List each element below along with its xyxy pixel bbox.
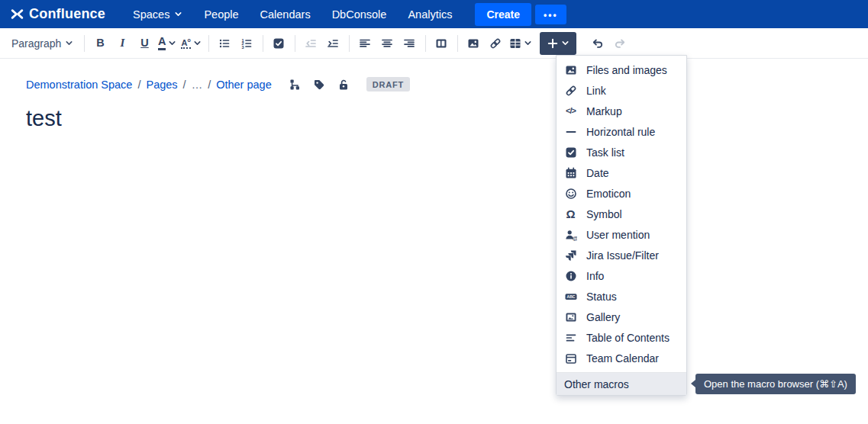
numbered-list-button[interactable]: 123: [236, 32, 258, 55]
menu-item-label: Other macros: [564, 378, 629, 390]
table-button[interactable]: [507, 32, 534, 55]
bold-icon: B: [96, 37, 104, 49]
indent-button[interactable]: [322, 32, 344, 55]
confluence-editor: Confluence SpacesPeopleCalendarsDbConsol…: [0, 0, 868, 424]
toolbar-separator: [84, 35, 85, 52]
create-button[interactable]: Create: [475, 3, 531, 26]
menu-item-other-macros[interactable]: Other macros: [557, 372, 686, 395]
draft-badge: DRAFT: [366, 77, 410, 92]
nav-item-label: Analytics: [408, 8, 452, 21]
menu-item-status[interactable]: ABCStatus: [557, 286, 686, 307]
menu-item-horizontal-rule[interactable]: Horizontal rule: [557, 121, 686, 142]
status-icon: ABC: [564, 291, 577, 303]
menu-item-label: Task list: [586, 146, 624, 159]
markup-icon: </>: [564, 105, 577, 117]
macro-browser-tooltip: Open the macro browser (⌘⇧A): [695, 374, 856, 394]
symbol-icon: Ω: [564, 208, 577, 220]
gallery-icon: [564, 311, 577, 323]
breadcrumb-link-pages[interactable]: Pages: [146, 79, 177, 91]
nav-item-people[interactable]: People: [195, 3, 247, 26]
ellipsis-icon: •••: [544, 11, 558, 20]
top-nav: Confluence SpacesPeopleCalendarsDbConsol…: [0, 0, 868, 28]
align-left-button[interactable]: [354, 32, 376, 55]
chevron-down-icon: [524, 39, 532, 47]
italic-button[interactable]: I: [111, 32, 134, 55]
menu-item-label: Symbol: [586, 208, 622, 220]
nav-item-label: Calendars: [260, 8, 311, 21]
menu-item-team-calendar[interactable]: Team Calendar: [557, 348, 686, 368]
bullet-list-icon: [218, 37, 231, 50]
breadcrumb-separator: /: [137, 79, 140, 91]
bold-button[interactable]: B: [89, 32, 111, 55]
menu-item-symbol[interactable]: ΩSymbol: [557, 204, 686, 224]
menu-item-markup[interactable]: </>Markup: [557, 101, 686, 121]
bullet-list-button[interactable]: [214, 32, 236, 55]
align-center-button[interactable]: [376, 32, 399, 55]
nav-item-spaces[interactable]: Spaces: [124, 3, 192, 26]
underline-button[interactable]: U: [134, 32, 156, 55]
breadcrumb-link-demonstration-space[interactable]: Demonstration Space: [26, 79, 132, 91]
link-icon: [489, 37, 502, 50]
undo-icon: [592, 37, 604, 50]
files-images-button[interactable]: [463, 32, 485, 55]
nav-item-label: Spaces: [133, 8, 169, 21]
outdent-icon: [305, 37, 317, 50]
task-list-button[interactable]: [268, 32, 290, 55]
nav-item-calendars[interactable]: Calendars: [251, 3, 320, 26]
editor-content: Demonstration Space/Pages/…/Other page D…: [0, 77, 868, 131]
page-tree-icon[interactable]: [289, 79, 301, 91]
menu-item-link[interactable]: Link: [557, 80, 686, 101]
undo-button[interactable]: [587, 32, 609, 55]
task-list-icon: [273, 37, 285, 50]
svg-text:ABC: ABC: [566, 294, 575, 299]
text-color-button[interactable]: A: [156, 32, 179, 55]
info-icon: [564, 270, 577, 282]
menu-item-info[interactable]: Info: [557, 265, 686, 286]
menu-item-files-and-images[interactable]: Files and images: [557, 59, 686, 80]
breadcrumb: Demonstration Space/Pages/…/Other page D…: [26, 77, 868, 92]
menu-item-task-list[interactable]: Task list: [557, 142, 686, 162]
breadcrumb-separator: /: [208, 79, 211, 91]
align-left-icon: [359, 37, 371, 50]
nav-item-dbconsole[interactable]: DbConsole: [323, 3, 396, 26]
plus-icon: [547, 37, 559, 50]
nav-more-button[interactable]: •••: [535, 5, 566, 24]
breadcrumb-link-other-page[interactable]: Other page: [216, 79, 272, 91]
menu-item-table-of-contents[interactable]: Table of Contents: [557, 327, 686, 348]
menu-item-jira-issue-filter[interactable]: Jira Issue/Filter: [557, 245, 686, 265]
nav-item-analytics[interactable]: Analytics: [399, 3, 461, 26]
page-layout-button[interactable]: [431, 32, 453, 55]
insert-more-button[interactable]: [540, 32, 576, 55]
toc-icon: [564, 332, 577, 344]
confluence-logo-icon: [11, 8, 24, 21]
nav-item-label: DbConsole: [332, 8, 387, 21]
menu-item-label: Horizontal rule: [586, 126, 655, 138]
toolbar-separator: [457, 35, 458, 52]
insert-menu: Files and imagesLink</>MarkupHorizontal …: [556, 55, 687, 396]
svg-text:3: 3: [242, 45, 244, 50]
jira-icon: [564, 249, 577, 262]
breadcrumb-ellipsis[interactable]: …: [192, 79, 203, 91]
menu-item-gallery[interactable]: Gallery: [557, 307, 686, 327]
menu-item-user-mention[interactable]: @User mention: [557, 224, 686, 245]
paragraph-style-dropdown[interactable]: Paragraph: [8, 32, 79, 55]
link-button[interactable]: [485, 32, 507, 55]
chevron-down-icon: [561, 39, 570, 47]
align-right-button[interactable]: [399, 32, 421, 55]
menu-item-date[interactable]: Date: [557, 162, 686, 183]
toolbar-separator: [208, 35, 209, 52]
unlock-icon[interactable]: [337, 79, 350, 91]
chevron-down-icon: [65, 39, 73, 47]
horizontal-rule-icon: [564, 126, 577, 138]
chevron-down-icon: [174, 10, 182, 18]
menu-item-label: Markup: [586, 105, 622, 117]
toolbar-separator: [263, 35, 263, 52]
user-mention-icon: @: [564, 229, 577, 241]
confluence-logo[interactable]: Confluence: [11, 6, 105, 22]
more-formatting-button[interactable]: Ao: [179, 32, 203, 55]
toolbar-separator: [295, 35, 295, 52]
menu-item-emoticon[interactable]: Emoticon: [557, 183, 686, 204]
label-tag-icon[interactable]: [313, 79, 325, 91]
page-title[interactable]: test: [26, 106, 868, 131]
chevron-down-icon: [193, 39, 202, 47]
